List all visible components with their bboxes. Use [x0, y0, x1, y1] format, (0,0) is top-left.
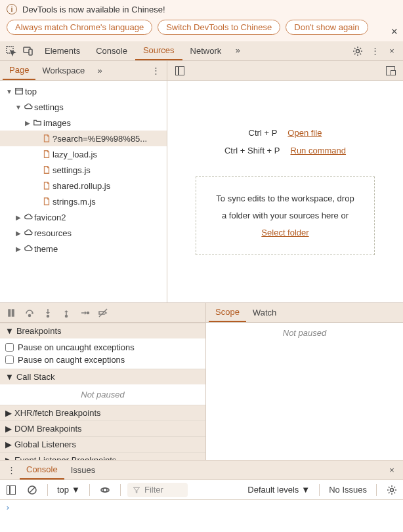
console-settings-icon[interactable] — [383, 481, 400, 499]
select-folder-link[interactable]: Select folder — [261, 228, 308, 237]
debugger-panel: ▼Breakpoints Pause on uncaught exception… — [0, 302, 403, 460]
tree-label: ?search=%E9%98%85... — [53, 134, 147, 144]
tree-label: lazy_load.js — [53, 150, 97, 159]
tab-network[interactable]: Network — [182, 41, 230, 60]
svg-point-10 — [66, 315, 68, 317]
toggle-navigator-icon[interactable] — [171, 62, 188, 79]
open-file-link[interactable]: Open file — [287, 128, 322, 138]
subtab-workspace[interactable]: Workspace — [35, 61, 91, 80]
svg-point-15 — [103, 488, 107, 492]
pause-caught-checkbox[interactable] — [5, 356, 14, 364]
cloud-icon — [22, 102, 34, 112]
tree-item[interactable]: ▶favicon2 — [0, 209, 167, 225]
console-prompt[interactable]: › — [5, 502, 11, 512]
tab-sources[interactable]: Sources — [135, 41, 182, 60]
inspect-icon[interactable] — [3, 43, 20, 60]
svg-point-16 — [391, 488, 394, 491]
filter-input[interactable]: Filter — [127, 483, 188, 497]
tree-item[interactable]: ▶resources — [0, 225, 167, 241]
section-dom[interactable]: ▶DOM Breakpoints — [0, 420, 205, 436]
tree-label: shared.rollup.js — [53, 181, 110, 191]
more-subtabs-icon[interactable]: » — [91, 62, 108, 79]
subtab-page[interactable]: Page — [3, 61, 35, 80]
shortcut-key: Ctrl + Shift + P — [224, 146, 280, 155]
close-drawer-icon[interactable]: × — [383, 462, 400, 479]
tree-label: images — [43, 118, 71, 128]
dont-show-button[interactable]: Don't show again — [286, 20, 368, 35]
tree-item[interactable]: shared.rollup.js — [0, 178, 167, 194]
section-event[interactable]: ▶Event Listener Breakpoints — [0, 452, 205, 460]
issues-button[interactable]: No Issues — [326, 485, 370, 495]
tree-item[interactable]: ▼settings — [0, 99, 167, 115]
tree-item[interactable]: ▼top — [0, 83, 167, 99]
toggle-sidebar-icon[interactable] — [3, 481, 20, 499]
section-callstack[interactable]: ▼Call Stack — [0, 369, 205, 384]
device-icon[interactable] — [20, 43, 37, 60]
close-icon[interactable]: × — [391, 25, 398, 39]
drawer-menu-icon[interactable]: ⋮ — [3, 462, 20, 479]
section-global[interactable]: ▶Global Listeners — [0, 436, 205, 452]
run-command-link[interactable]: Run command — [291, 146, 347, 155]
scope-empty: Not paused — [206, 323, 403, 343]
svg-point-8 — [29, 314, 31, 316]
navigator-menu-icon[interactable]: ⋮ — [147, 62, 164, 79]
language-infobar: i DevTools is now available in Chinese! … — [0, 0, 403, 41]
tree-item[interactable]: strings.m.js — [0, 194, 167, 209]
svg-rect-2 — [29, 49, 32, 55]
tab-elements[interactable]: Elements — [37, 41, 88, 60]
drawer-tab-issues[interactable]: Issues — [64, 460, 102, 480]
frame-icon — [13, 87, 25, 96]
step-over-icon[interactable] — [21, 304, 38, 321]
tree-item[interactable]: ?search=%E9%98%85... — [0, 131, 167, 146]
section-xhr[interactable]: ▶XHR/fetch Breakpoints — [0, 405, 205, 420]
tree-item[interactable]: ▶theme — [0, 241, 167, 256]
tree-label: strings.m.js — [53, 197, 96, 207]
cloud-icon — [22, 244, 34, 253]
navigator-panel: Page Workspace » ⋮ ▼top▼settings▶images?… — [0, 61, 167, 302]
section-breakpoints[interactable]: ▼Breakpoints — [0, 323, 205, 338]
info-icon: i — [7, 4, 17, 14]
log-levels-selector[interactable]: Default levels▼ — [245, 485, 312, 495]
dropzone-text: To sync edits to the workspace, drop — [216, 190, 354, 207]
tree-label: top — [25, 87, 37, 96]
file-icon — [41, 134, 53, 143]
clear-console-icon[interactable] — [24, 481, 41, 499]
svg-point-3 — [356, 49, 360, 52]
editor-panel: Ctrl + P Open file Ctrl + Shift + P Run … — [167, 61, 403, 302]
pause-icon[interactable] — [3, 304, 20, 321]
dropzone-text: a folder with your sources here or — [216, 207, 354, 224]
settings-icon[interactable] — [349, 43, 366, 60]
svg-rect-7 — [12, 310, 14, 316]
file-icon — [41, 197, 53, 206]
pause-uncaught-checkbox[interactable] — [5, 343, 14, 352]
file-icon — [41, 181, 53, 190]
file-icon — [41, 150, 53, 159]
shortcut-key: Ctrl + P — [249, 128, 278, 138]
file-tree[interactable]: ▼top▼settings▶images?search=%E9%98%85...… — [0, 81, 167, 302]
tree-item[interactable]: lazy_load.js — [0, 146, 167, 162]
svg-rect-6 — [9, 310, 11, 316]
tab-scope[interactable]: Scope — [209, 303, 246, 322]
close-panel-icon[interactable]: × — [383, 43, 400, 60]
svg-point-9 — [47, 315, 49, 317]
step-icon[interactable] — [76, 304, 93, 321]
live-expression-icon[interactable] — [96, 481, 114, 499]
workspace-dropzone[interactable]: To sync edits to the workspace, drop a f… — [196, 176, 374, 255]
filter-placeholder: Filter — [144, 485, 163, 495]
tab-console[interactable]: Console — [88, 41, 135, 60]
tree-item[interactable]: settings.js — [0, 162, 167, 178]
kebab-icon[interactable]: ⋮ — [366, 43, 383, 60]
tree-item[interactable]: ▶images — [0, 115, 167, 131]
context-selector[interactable]: top▼ — [54, 485, 83, 495]
deactivate-breakpoints-icon[interactable] — [95, 304, 112, 321]
expand-editor-icon[interactable] — [382, 62, 399, 79]
step-out-icon[interactable] — [58, 304, 75, 321]
more-tabs-icon[interactable]: » — [229, 41, 246, 58]
tab-watch[interactable]: Watch — [246, 303, 283, 322]
svg-line-14 — [30, 487, 35, 493]
match-language-button[interactable]: Always match Chrome's language — [7, 20, 152, 35]
tree-label: settings.js — [53, 165, 91, 175]
step-into-icon[interactable] — [39, 304, 56, 321]
switch-language-button[interactable]: Switch DevTools to Chinese — [158, 20, 280, 35]
drawer-tab-console[interactable]: Console — [20, 460, 64, 480]
